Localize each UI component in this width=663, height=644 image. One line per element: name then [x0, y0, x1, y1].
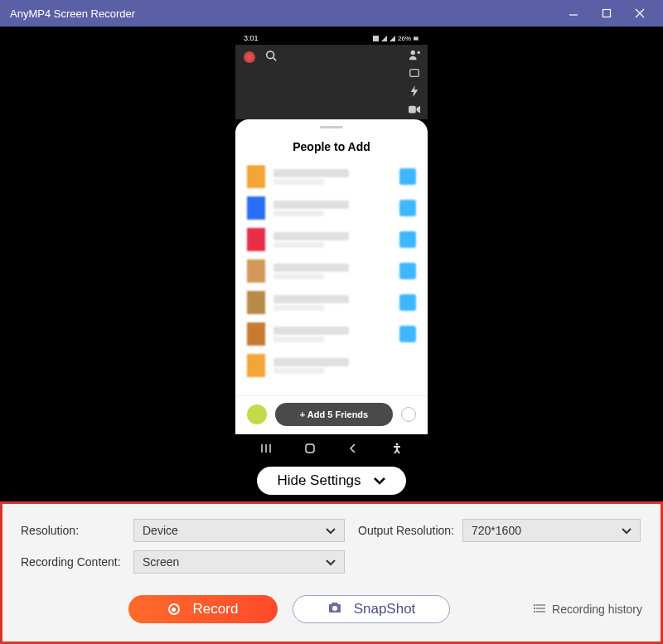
flip-camera-icon	[408, 66, 421, 80]
maximize-button[interactable]	[590, 1, 623, 26]
contact-info	[273, 327, 399, 342]
contact-row[interactable]	[247, 354, 416, 377]
contact-avatar	[247, 165, 265, 188]
svg-line-9	[273, 58, 277, 61]
svg-rect-4	[373, 36, 379, 41]
contact-info	[273, 264, 399, 279]
record-label: Record	[193, 601, 239, 617]
contact-row[interactable]	[247, 196, 416, 220]
svg-point-21	[395, 443, 398, 446]
people-to-add-sheet: People to Add + Add 5 Friends	[235, 119, 428, 434]
selection-circle[interactable]	[401, 407, 416, 422]
flash-icon	[408, 85, 421, 98]
home-nav-icon[interactable]	[298, 443, 322, 454]
svg-point-31	[535, 608, 535, 609]
hide-settings-label: Hide Settings	[277, 472, 361, 489]
snapshot-label: SnapShot	[354, 601, 416, 617]
record-icon	[168, 603, 180, 615]
window-title: AnyMP4 Screen Recorder	[10, 7, 557, 20]
contact-row[interactable]	[247, 228, 416, 251]
contact-info	[273, 232, 399, 248]
phone-nav-bar	[235, 434, 428, 462]
svg-line-25	[397, 450, 399, 453]
contact-avatar	[247, 259, 265, 283]
svg-marker-6	[390, 36, 395, 41]
recording-content-select[interactable]: Screen	[133, 550, 345, 574]
chevron-down-icon	[326, 524, 336, 537]
svg-rect-13	[410, 70, 419, 77]
svg-point-32	[535, 612, 535, 613]
svg-marker-16	[417, 106, 420, 114]
svg-marker-14	[411, 85, 419, 97]
record-button[interactable]: Record	[128, 595, 278, 623]
output-resolution-select[interactable]: 720*1600	[462, 519, 641, 542]
contact-avatar	[247, 354, 265, 377]
status-time: 3:01	[244, 34, 259, 42]
resolution-label: Resolution:	[21, 524, 127, 537]
minimize-button[interactable]	[557, 1, 590, 26]
contact-list	[235, 165, 428, 395]
phone-preview-area: 3:01 26% People to Add	[0, 27, 663, 501]
recording-content-label: Recording Content:	[21, 555, 127, 569]
camera-icon	[327, 601, 342, 617]
history-label: Recording history	[552, 603, 642, 616]
contact-action[interactable]	[399, 168, 416, 185]
settings-panel: Resolution: Device Output Resolution: 72…	[0, 501, 663, 644]
sheet-handle[interactable]	[320, 126, 343, 128]
resolution-value: Device	[143, 524, 178, 537]
sheet-title: People to Add	[235, 140, 428, 153]
contact-row[interactable]	[247, 291, 416, 314]
titlebar: AnyMP4 Screen Recorder	[0, 0, 663, 27]
resolution-select[interactable]: Device	[133, 519, 345, 542]
svg-rect-1	[603, 10, 611, 17]
snapshot-button[interactable]: SnapShot	[293, 595, 450, 623]
contact-action[interactable]	[399, 357, 416, 374]
back-nav-icon[interactable]	[341, 443, 365, 453]
contact-action[interactable]	[399, 263, 416, 279]
contact-avatar	[247, 228, 265, 251]
status-indicators: 26%	[373, 35, 419, 42]
contact-row[interactable]	[247, 322, 416, 346]
phone-app-header	[235, 45, 428, 119]
recording-content-value: Screen	[143, 555, 179, 569]
svg-point-8	[267, 51, 274, 59]
contact-info	[273, 169, 399, 185]
search-icon	[265, 50, 277, 65]
video-icon	[408, 103, 421, 116]
svg-marker-5	[381, 36, 387, 41]
svg-rect-20	[306, 444, 314, 453]
contact-action[interactable]	[399, 294, 416, 311]
contact-row[interactable]	[247, 259, 416, 283]
accessibility-nav-icon[interactable]	[385, 443, 409, 454]
svg-point-30	[535, 605, 535, 606]
contact-action[interactable]	[399, 326, 416, 342]
list-icon	[534, 603, 545, 616]
contact-info	[273, 358, 399, 374]
add-friend-icon	[408, 48, 421, 61]
hide-settings-toggle[interactable]: Hide Settings	[257, 467, 405, 495]
contact-info	[273, 295, 399, 311]
my-avatar	[247, 404, 267, 424]
chevron-down-icon	[326, 555, 336, 569]
phone-frame: 3:01 26% People to Add	[235, 31, 428, 462]
svg-point-10	[411, 51, 415, 55]
contact-action[interactable]	[399, 231, 416, 248]
chevron-down-icon	[622, 524, 632, 537]
contact-avatar	[247, 291, 265, 314]
add-friends-button[interactable]: + Add 5 Friends	[275, 403, 393, 426]
output-resolution-label: Output Resolution:	[358, 524, 456, 537]
contact-row[interactable]	[247, 165, 416, 188]
svg-rect-7	[414, 36, 419, 40]
svg-point-26	[332, 606, 337, 611]
contact-action[interactable]	[399, 200, 416, 216]
chevron-down-icon	[373, 472, 386, 489]
close-button[interactable]	[623, 1, 656, 26]
recording-history-link[interactable]: Recording history	[534, 603, 642, 616]
contact-avatar	[247, 196, 265, 220]
phone-status-bar: 3:01 26%	[235, 31, 428, 45]
svg-rect-15	[409, 106, 416, 114]
mic-icon	[244, 51, 255, 63]
recents-nav-icon[interactable]	[254, 443, 278, 453]
contact-avatar	[247, 322, 265, 346]
contact-info	[273, 201, 399, 216]
